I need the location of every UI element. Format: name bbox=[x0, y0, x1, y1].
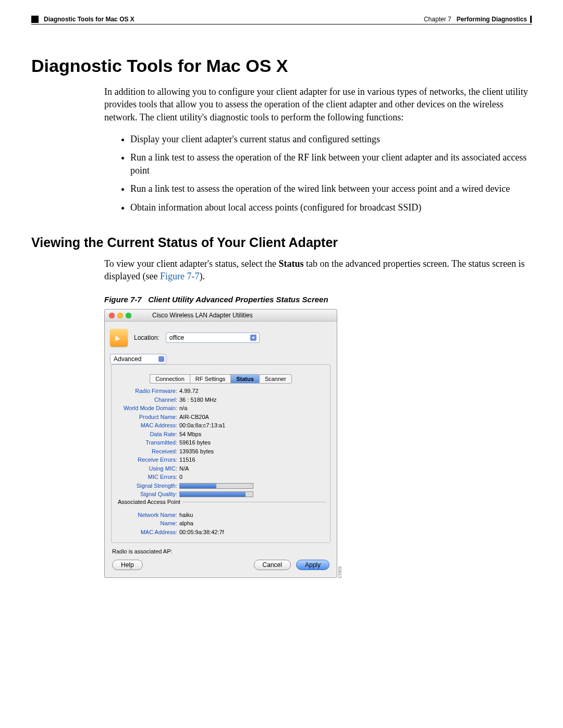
value-ap-mac: 00:05:9a:38:42:7f bbox=[179, 528, 224, 537]
value-using-mic: N/A bbox=[179, 464, 189, 473]
section-title: Viewing the Current Status of Your Clien… bbox=[31, 235, 532, 250]
window-title: Cisco Wireless LAN Adapter Utilities bbox=[152, 312, 253, 319]
text: ). bbox=[199, 271, 205, 281]
value-radio-firmware: 4.99.72 bbox=[179, 387, 199, 396]
tab-scanner[interactable]: Scanner bbox=[259, 374, 292, 384]
page-title: Diagnostic Tools for Mac OS X bbox=[31, 56, 532, 76]
label-recv-errors: Receive Errors: bbox=[116, 455, 179, 464]
cancel-button[interactable]: Cancel bbox=[254, 560, 291, 570]
status-word-bold: Status bbox=[278, 258, 303, 269]
mode-value: Advanced bbox=[114, 355, 141, 363]
figure-title: Client Utility Advanced Properties Statu… bbox=[148, 295, 328, 304]
figure-reference-link[interactable]: Figure 7-7 bbox=[160, 271, 200, 281]
label-ap-name: Name: bbox=[116, 519, 179, 528]
intro-paragraph: In addition to allowing you to configure… bbox=[104, 85, 532, 124]
help-button[interactable]: Help bbox=[112, 560, 143, 570]
value-transmitted: 59616 bytes bbox=[179, 438, 211, 447]
label-signal-strength: Signal Strength: bbox=[116, 482, 179, 490]
list-item: Run a link test to assess the operation … bbox=[130, 151, 532, 177]
label-transmitted: Transmitted: bbox=[116, 438, 179, 447]
value-world-mode: n/a bbox=[179, 404, 187, 413]
radio-status-line: Radio is associated AP: bbox=[112, 548, 329, 554]
tab-rf-settings[interactable]: RF Settings bbox=[190, 374, 230, 384]
header-section: Diagnostic Tools for Mac OS X bbox=[44, 16, 134, 23]
titlebar: Cisco Wireless LAN Adapter Utilities bbox=[105, 310, 337, 322]
text: To view your client adapter's status, se… bbox=[104, 258, 278, 269]
location-value: office bbox=[169, 334, 184, 341]
view-paragraph: To view your client adapter's status, se… bbox=[104, 257, 532, 283]
figure-number: Figure 7-7 bbox=[104, 295, 142, 304]
tab-status[interactable]: Status bbox=[230, 374, 259, 384]
label-signal-quality: Signal Quality: bbox=[116, 490, 179, 499]
label-received: Received: bbox=[116, 447, 179, 456]
value-received: 139356 bytes bbox=[179, 447, 214, 456]
running-header: Diagnostic Tools for Mac OS X Chapter 7 … bbox=[31, 16, 532, 24]
label-world-mode: World Mode Domain: bbox=[116, 404, 179, 413]
value-mic-errors: 0 bbox=[179, 473, 182, 482]
label-using-mic: Using MIC: bbox=[116, 464, 179, 473]
header-chapter-title: Performing Diagnostics bbox=[457, 16, 527, 23]
label-radio-firmware: Radio Firmware: bbox=[116, 387, 179, 396]
list-item: Display your client adapter's current st… bbox=[130, 133, 532, 146]
header-bar-icon bbox=[530, 16, 532, 23]
value-data-rate: 54 Mbps bbox=[179, 430, 201, 439]
label-mic-errors: MIC Errors: bbox=[116, 473, 179, 482]
value-recv-errors: 11516 bbox=[179, 455, 195, 464]
ap-group-text: Associated Access Point bbox=[116, 499, 182, 505]
tab-connection[interactable]: Connection bbox=[150, 374, 190, 384]
value-ap-name: alpha bbox=[179, 519, 193, 528]
app-icon bbox=[110, 329, 128, 347]
label-product: Product Name: bbox=[116, 413, 179, 422]
mode-select[interactable]: Advanced bbox=[110, 354, 166, 364]
value-product: AIR-CB20A bbox=[179, 413, 209, 422]
apply-button[interactable]: Apply bbox=[296, 560, 329, 570]
figure-caption: Figure 7-7 Client Utility Advanced Prope… bbox=[104, 295, 532, 304]
label-ap-mac: MAC Address: bbox=[116, 528, 179, 537]
signal-quality-meter bbox=[179, 490, 253, 499]
label-mac: MAC Address: bbox=[116, 421, 179, 430]
feature-list: Display your client adapter's current st… bbox=[120, 133, 532, 214]
location-label: Location: bbox=[134, 334, 160, 341]
header-marker-icon bbox=[31, 16, 39, 23]
header-chapter-label: Chapter 7 bbox=[424, 16, 451, 23]
zoom-icon[interactable] bbox=[126, 313, 131, 318]
list-item: Obtain information about local access po… bbox=[130, 201, 532, 214]
label-channel: Channel: bbox=[116, 396, 179, 404]
value-mac: 00:0a:8a:c7:13:a1 bbox=[179, 421, 225, 430]
signal-strength-meter bbox=[179, 482, 253, 490]
label-data-rate: Data Rate: bbox=[116, 430, 179, 439]
list-item: Run a link test to assess the operation … bbox=[130, 182, 532, 195]
minimize-icon[interactable] bbox=[117, 313, 123, 318]
status-panel: Connection RF Settings Status Scanner Ra… bbox=[111, 364, 331, 543]
utility-window: Cisco Wireless LAN Adapter Utilities Loc… bbox=[104, 309, 337, 578]
close-icon[interactable] bbox=[109, 313, 115, 318]
value-ap-network: haiku bbox=[179, 511, 193, 520]
label-ap-network: Network Name: bbox=[116, 511, 179, 520]
image-id: 65615 bbox=[337, 566, 342, 578]
ap-group-title: Associated Access Point bbox=[116, 502, 326, 511]
value-channel: 36 : 5180 MHz bbox=[179, 396, 217, 404]
location-select[interactable]: office bbox=[166, 332, 260, 343]
